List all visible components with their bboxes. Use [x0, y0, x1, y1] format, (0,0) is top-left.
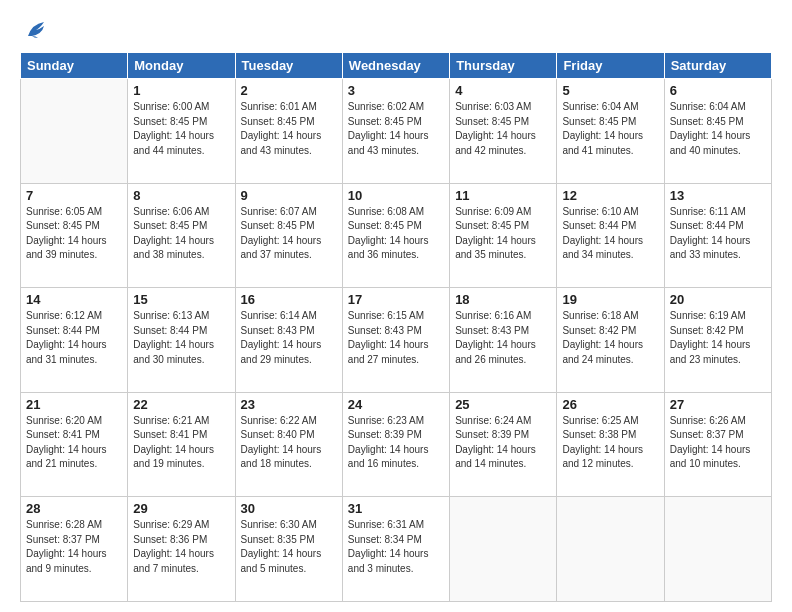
day-info: Sunrise: 6:06 AM Sunset: 8:45 PM Dayligh…: [133, 205, 229, 263]
day-info: Sunrise: 6:25 AM Sunset: 8:38 PM Dayligh…: [562, 414, 658, 472]
day-info: Sunrise: 6:24 AM Sunset: 8:39 PM Dayligh…: [455, 414, 551, 472]
calendar-cell: 19Sunrise: 6:18 AM Sunset: 8:42 PM Dayli…: [557, 288, 664, 393]
calendar-cell: 4Sunrise: 6:03 AM Sunset: 8:45 PM Daylig…: [450, 79, 557, 184]
day-info: Sunrise: 6:00 AM Sunset: 8:45 PM Dayligh…: [133, 100, 229, 158]
day-info: Sunrise: 6:26 AM Sunset: 8:37 PM Dayligh…: [670, 414, 766, 472]
calendar-cell: 22Sunrise: 6:21 AM Sunset: 8:41 PM Dayli…: [128, 392, 235, 497]
calendar-cell: 3Sunrise: 6:02 AM Sunset: 8:45 PM Daylig…: [342, 79, 449, 184]
day-info: Sunrise: 6:13 AM Sunset: 8:44 PM Dayligh…: [133, 309, 229, 367]
weekday-header-thursday: Thursday: [450, 53, 557, 79]
day-info: Sunrise: 6:18 AM Sunset: 8:42 PM Dayligh…: [562, 309, 658, 367]
day-number: 9: [241, 188, 337, 203]
day-number: 26: [562, 397, 658, 412]
calendar-cell: 27Sunrise: 6:26 AM Sunset: 8:37 PM Dayli…: [664, 392, 771, 497]
day-info: Sunrise: 6:11 AM Sunset: 8:44 PM Dayligh…: [670, 205, 766, 263]
calendar-cell: 9Sunrise: 6:07 AM Sunset: 8:45 PM Daylig…: [235, 183, 342, 288]
week-row-0: 1Sunrise: 6:00 AM Sunset: 8:45 PM Daylig…: [21, 79, 772, 184]
day-info: Sunrise: 6:10 AM Sunset: 8:44 PM Dayligh…: [562, 205, 658, 263]
calendar-cell: 13Sunrise: 6:11 AM Sunset: 8:44 PM Dayli…: [664, 183, 771, 288]
calendar-cell: 21Sunrise: 6:20 AM Sunset: 8:41 PM Dayli…: [21, 392, 128, 497]
calendar-cell: 6Sunrise: 6:04 AM Sunset: 8:45 PM Daylig…: [664, 79, 771, 184]
day-info: Sunrise: 6:30 AM Sunset: 8:35 PM Dayligh…: [241, 518, 337, 576]
logo-bird-icon: [22, 16, 50, 44]
day-info: Sunrise: 6:02 AM Sunset: 8:45 PM Dayligh…: [348, 100, 444, 158]
calendar-cell: 7Sunrise: 6:05 AM Sunset: 8:45 PM Daylig…: [21, 183, 128, 288]
day-info: Sunrise: 6:12 AM Sunset: 8:44 PM Dayligh…: [26, 309, 122, 367]
calendar-cell: 30Sunrise: 6:30 AM Sunset: 8:35 PM Dayli…: [235, 497, 342, 602]
calendar-cell: 29Sunrise: 6:29 AM Sunset: 8:36 PM Dayli…: [128, 497, 235, 602]
day-info: Sunrise: 6:29 AM Sunset: 8:36 PM Dayligh…: [133, 518, 229, 576]
day-info: Sunrise: 6:01 AM Sunset: 8:45 PM Dayligh…: [241, 100, 337, 158]
week-row-2: 14Sunrise: 6:12 AM Sunset: 8:44 PM Dayli…: [21, 288, 772, 393]
day-number: 6: [670, 83, 766, 98]
calendar-cell: 18Sunrise: 6:16 AM Sunset: 8:43 PM Dayli…: [450, 288, 557, 393]
day-number: 15: [133, 292, 229, 307]
day-info: Sunrise: 6:31 AM Sunset: 8:34 PM Dayligh…: [348, 518, 444, 576]
calendar-cell: 11Sunrise: 6:09 AM Sunset: 8:45 PM Dayli…: [450, 183, 557, 288]
calendar-cell: 14Sunrise: 6:12 AM Sunset: 8:44 PM Dayli…: [21, 288, 128, 393]
calendar-cell: 24Sunrise: 6:23 AM Sunset: 8:39 PM Dayli…: [342, 392, 449, 497]
day-number: 21: [26, 397, 122, 412]
day-number: 24: [348, 397, 444, 412]
weekday-header-monday: Monday: [128, 53, 235, 79]
day-info: Sunrise: 6:05 AM Sunset: 8:45 PM Dayligh…: [26, 205, 122, 263]
day-number: 12: [562, 188, 658, 203]
calendar-cell: 5Sunrise: 6:04 AM Sunset: 8:45 PM Daylig…: [557, 79, 664, 184]
day-info: Sunrise: 6:08 AM Sunset: 8:45 PM Dayligh…: [348, 205, 444, 263]
calendar-table: SundayMondayTuesdayWednesdayThursdayFrid…: [20, 52, 772, 602]
day-info: Sunrise: 6:14 AM Sunset: 8:43 PM Dayligh…: [241, 309, 337, 367]
weekday-header-saturday: Saturday: [664, 53, 771, 79]
day-number: 7: [26, 188, 122, 203]
day-number: 2: [241, 83, 337, 98]
day-number: 28: [26, 501, 122, 516]
day-number: 23: [241, 397, 337, 412]
day-info: Sunrise: 6:20 AM Sunset: 8:41 PM Dayligh…: [26, 414, 122, 472]
day-info: Sunrise: 6:03 AM Sunset: 8:45 PM Dayligh…: [455, 100, 551, 158]
calendar-cell: 16Sunrise: 6:14 AM Sunset: 8:43 PM Dayli…: [235, 288, 342, 393]
calendar-cell: 1Sunrise: 6:00 AM Sunset: 8:45 PM Daylig…: [128, 79, 235, 184]
calendar-cell: 25Sunrise: 6:24 AM Sunset: 8:39 PM Dayli…: [450, 392, 557, 497]
day-number: 14: [26, 292, 122, 307]
weekday-header-row: SundayMondayTuesdayWednesdayThursdayFrid…: [21, 53, 772, 79]
logo: [20, 16, 50, 44]
calendar-cell: 2Sunrise: 6:01 AM Sunset: 8:45 PM Daylig…: [235, 79, 342, 184]
calendar-cell: 12Sunrise: 6:10 AM Sunset: 8:44 PM Dayli…: [557, 183, 664, 288]
calendar-cell: 28Sunrise: 6:28 AM Sunset: 8:37 PM Dayli…: [21, 497, 128, 602]
weekday-header-wednesday: Wednesday: [342, 53, 449, 79]
week-row-3: 21Sunrise: 6:20 AM Sunset: 8:41 PM Dayli…: [21, 392, 772, 497]
day-number: 18: [455, 292, 551, 307]
calendar-cell: 10Sunrise: 6:08 AM Sunset: 8:45 PM Dayli…: [342, 183, 449, 288]
day-number: 29: [133, 501, 229, 516]
day-number: 25: [455, 397, 551, 412]
day-info: Sunrise: 6:15 AM Sunset: 8:43 PM Dayligh…: [348, 309, 444, 367]
day-number: 20: [670, 292, 766, 307]
week-row-1: 7Sunrise: 6:05 AM Sunset: 8:45 PM Daylig…: [21, 183, 772, 288]
day-number: 13: [670, 188, 766, 203]
calendar-cell: [450, 497, 557, 602]
weekday-header-tuesday: Tuesday: [235, 53, 342, 79]
calendar-cell: 31Sunrise: 6:31 AM Sunset: 8:34 PM Dayli…: [342, 497, 449, 602]
day-number: 22: [133, 397, 229, 412]
day-number: 3: [348, 83, 444, 98]
header: [20, 16, 772, 44]
day-number: 17: [348, 292, 444, 307]
day-number: 5: [562, 83, 658, 98]
day-info: Sunrise: 6:28 AM Sunset: 8:37 PM Dayligh…: [26, 518, 122, 576]
weekday-header-sunday: Sunday: [21, 53, 128, 79]
calendar-cell: 26Sunrise: 6:25 AM Sunset: 8:38 PM Dayli…: [557, 392, 664, 497]
day-info: Sunrise: 6:04 AM Sunset: 8:45 PM Dayligh…: [670, 100, 766, 158]
calendar-cell: [21, 79, 128, 184]
day-info: Sunrise: 6:23 AM Sunset: 8:39 PM Dayligh…: [348, 414, 444, 472]
day-info: Sunrise: 6:07 AM Sunset: 8:45 PM Dayligh…: [241, 205, 337, 263]
calendar-cell: 17Sunrise: 6:15 AM Sunset: 8:43 PM Dayli…: [342, 288, 449, 393]
day-info: Sunrise: 6:16 AM Sunset: 8:43 PM Dayligh…: [455, 309, 551, 367]
calendar-cell: 15Sunrise: 6:13 AM Sunset: 8:44 PM Dayli…: [128, 288, 235, 393]
day-number: 16: [241, 292, 337, 307]
calendar-cell: 20Sunrise: 6:19 AM Sunset: 8:42 PM Dayli…: [664, 288, 771, 393]
day-info: Sunrise: 6:04 AM Sunset: 8:45 PM Dayligh…: [562, 100, 658, 158]
page: SundayMondayTuesdayWednesdayThursdayFrid…: [0, 0, 792, 612]
day-number: 31: [348, 501, 444, 516]
day-number: 30: [241, 501, 337, 516]
day-number: 11: [455, 188, 551, 203]
day-number: 4: [455, 83, 551, 98]
